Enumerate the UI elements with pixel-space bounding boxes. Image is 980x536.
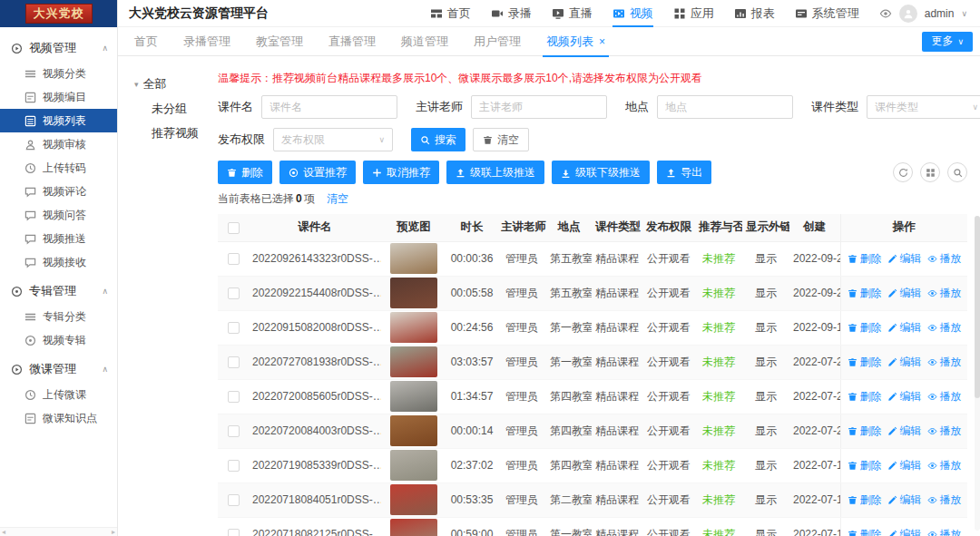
preview-thumbnail[interactable] [390,381,437,412]
preview-thumbnail[interactable] [390,415,437,446]
row-action-play[interactable]: 播放 [927,389,962,404]
preview-thumbnail[interactable] [390,484,437,515]
avatar[interactable] [899,5,917,23]
scroll-left-icon[interactable]: ◂ [2,528,5,536]
menu-item[interactable]: 视频推送 [0,227,117,250]
bulk-action-button[interactable]: 级联上级推送 [446,161,544,184]
row-action-delete[interactable]: 删除 [848,320,882,336]
bulk-action-button[interactable]: 设置推荐 [279,161,356,184]
location-input[interactable] [657,95,793,119]
preview-thumbnail[interactable] [390,346,437,377]
bulk-action-button[interactable]: 取消推荐 [363,161,439,184]
tab[interactable]: 首页 [122,27,171,56]
preview-thumbnail[interactable] [390,278,437,308]
tab[interactable]: 频道管理 [388,27,461,56]
row-action-edit[interactable]: 编辑 [887,424,922,439]
menu-item[interactable]: 视频审核 [0,132,117,156]
row-action-more[interactable]: ⋯ [967,392,968,404]
row-action-play[interactable]: 播放 [927,458,962,473]
tab[interactable]: 视频列表× [534,27,618,56]
row-action-edit[interactable]: 编辑 [887,389,922,404]
teacher-input[interactable] [471,95,607,119]
menu-item[interactable]: 视频专辑 [0,328,117,352]
row-checkbox[interactable] [228,494,240,506]
scrollbar-thumb[interactable] [975,216,980,398]
tree-item[interactable]: 推荐视频 [134,125,209,141]
username[interactable]: admin [925,7,955,20]
tab[interactable]: 用户管理 [461,27,534,56]
row-action-delete[interactable]: 删除 [848,389,882,404]
top-nav-report[interactable]: 报表 [734,0,775,27]
tree-item-all[interactable]: ▾ 全部 [134,76,209,93]
row-action-edit[interactable]: 编辑 [887,527,922,536]
row-action-edit[interactable]: 编辑 [887,320,922,336]
preview-thumbnail[interactable] [390,312,437,343]
preview-thumbnail[interactable] [390,519,437,536]
tree-caret-icon[interactable]: ▾ [134,80,139,89]
row-action-play[interactable]: 播放 [927,320,962,336]
search-button[interactable]: 搜索 [411,128,466,151]
row-action-more[interactable]: ⋯ [967,288,968,301]
menu-item[interactable]: 视频分类 [0,62,117,85]
row-checkbox[interactable] [228,529,240,536]
chevron-down-icon[interactable]: ∨ [961,9,967,18]
clear-button[interactable]: 清空 [473,128,529,151]
table-search-button[interactable] [947,162,967,182]
eye-icon[interactable] [879,7,892,20]
row-action-play[interactable]: 播放 [927,355,962,370]
row-action-play[interactable]: 播放 [927,492,962,508]
row-checkbox[interactable] [228,287,240,299]
menu-item[interactable]: 视频评论 [0,180,117,203]
bulk-action-button[interactable]: 导出 [657,161,711,184]
row-action-delete[interactable]: 删除 [848,251,882,267]
row-action-edit[interactable]: 编辑 [887,492,922,508]
vertical-scrollbar[interactable] [975,216,980,531]
menu-item[interactable]: 上传微课 [0,383,117,406]
row-checkbox[interactable] [228,356,240,368]
menu-group[interactable]: 专辑管理∧ [0,278,117,305]
row-action-play[interactable]: 播放 [927,527,962,536]
menu-item[interactable]: 上传转码 [0,156,117,180]
row-action-delete[interactable]: 删除 [848,355,882,370]
row-action-edit[interactable]: 编辑 [887,458,922,473]
top-nav-live[interactable]: 直播 [552,0,593,27]
menu-item[interactable]: 视频列表 [0,109,117,132]
course-type-select[interactable]: 课件类型∨ [867,95,980,119]
table-density-button[interactable] [920,162,940,182]
menu-item[interactable]: 视频接收 [0,250,117,274]
menu-item[interactable]: 视频编目 [0,85,117,109]
scroll-right-icon[interactable]: ▸ [112,528,115,536]
top-nav-record[interactable]: 录播 [491,0,532,27]
row-action-more[interactable]: ⋯ [967,461,968,473]
row-action-delete[interactable]: 删除 [848,424,882,439]
sidebar-horizontal-scrollbar[interactable]: ◂▸ [0,527,117,536]
select-all-checkbox[interactable] [228,222,240,234]
row-action-delete[interactable]: 删除 [848,286,882,301]
row-action-delete[interactable]: 删除 [848,527,882,536]
menu-item[interactable]: 视频问答 [0,203,117,227]
clear-selection-link[interactable]: 清空 [327,192,348,205]
row-checkbox[interactable] [228,460,240,472]
menu-item[interactable]: 专辑分类 [0,305,117,328]
row-action-play[interactable]: 播放 [927,424,962,439]
bulk-action-button[interactable]: 级联下级推送 [552,161,650,184]
top-nav-home[interactable]: 首页 [430,0,471,27]
preview-thumbnail[interactable] [390,243,437,274]
row-action-play[interactable]: 播放 [927,286,962,301]
row-action-more[interactable]: ⋯ [967,530,968,536]
row-checkbox[interactable] [228,322,240,334]
tree-item[interactable]: 未分组 [134,101,209,117]
row-action-edit[interactable]: 编辑 [887,286,922,301]
row-action-more[interactable]: ⋯ [967,357,968,370]
row-action-edit[interactable]: 编辑 [887,251,922,267]
row-checkbox[interactable] [228,425,240,437]
row-action-more[interactable]: ⋯ [967,254,968,267]
top-nav-video[interactable]: 视频 [612,0,653,27]
menu-group[interactable]: 视频管理∧ [0,34,117,62]
row-action-delete[interactable]: 删除 [848,458,882,473]
row-action-more[interactable]: ⋯ [967,426,968,439]
tab[interactable]: 教室管理 [243,27,316,56]
menu-item[interactable]: 微课知识点 [0,406,117,430]
row-action-delete[interactable]: 删除 [848,492,882,508]
table-refresh-button[interactable] [893,162,913,182]
